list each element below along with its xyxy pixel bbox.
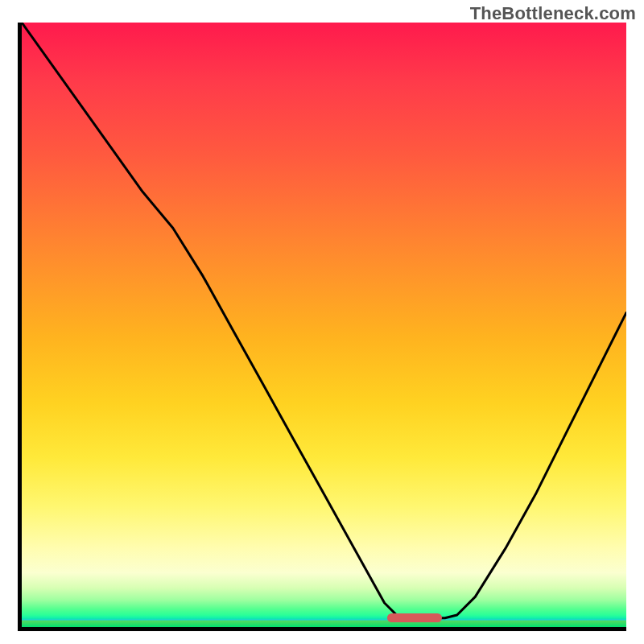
chart-container: TheBottleneck.com [0,0,644,644]
watermark-text: TheBottleneck.com [470,3,636,24]
plot-area [18,23,626,631]
gradient-background [22,23,626,627]
optimum-marker [387,613,442,622]
